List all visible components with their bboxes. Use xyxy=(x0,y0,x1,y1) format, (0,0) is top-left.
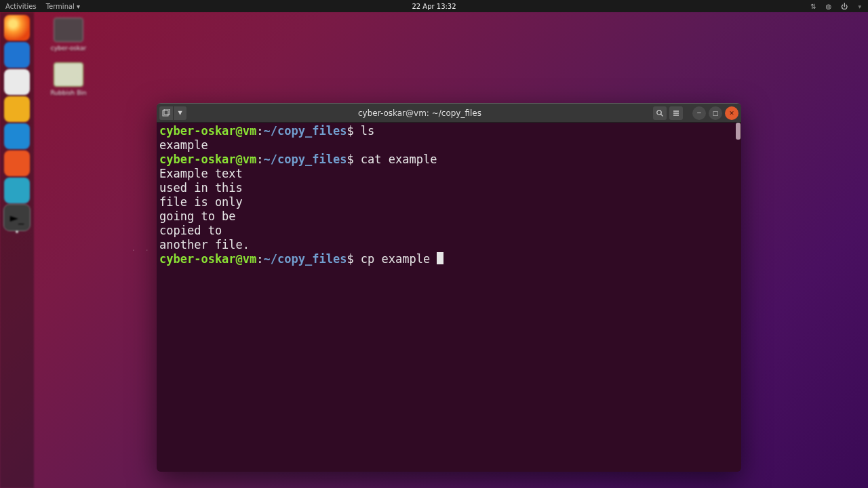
search-icon xyxy=(656,109,664,117)
window-title: cyber-oskar@vm: ~/copy_files xyxy=(189,108,650,118)
prompt-dollar: $ xyxy=(347,152,360,166)
dock-writer-icon[interactable] xyxy=(4,123,30,149)
command-text: ls xyxy=(361,124,374,138)
output-line: example xyxy=(159,138,208,152)
prompt-colon: : xyxy=(256,252,263,266)
folder-icon xyxy=(54,18,83,42)
scrollbar[interactable] xyxy=(736,123,741,472)
chevron-down-icon: ▼ xyxy=(178,110,182,116)
maximize-icon: □ xyxy=(713,110,719,117)
text-cursor xyxy=(437,252,443,264)
output-line: used in this xyxy=(159,181,243,195)
sound-icon[interactable]: ◍ xyxy=(826,3,832,10)
desktop-home-folder[interactable]: cyber-oskar xyxy=(45,18,92,52)
terminal-window: ▼ cyber-oskar@vm: ~/copy_files ─ □ ✕ cyb… xyxy=(157,103,741,472)
titlebar[interactable]: ▼ cyber-oskar@vm: ~/copy_files ─ □ ✕ xyxy=(157,104,741,123)
svg-rect-1 xyxy=(164,109,170,115)
terminal-body[interactable]: cyber-oskar@vm:~/copy_files$ ls example … xyxy=(157,123,741,472)
power-icon[interactable]: ⏻ xyxy=(841,3,848,10)
desktop-icon-label: cyber-oskar xyxy=(45,45,92,52)
dock-terminal-icon[interactable]: ►_ xyxy=(4,205,30,230)
minimize-icon: ─ xyxy=(697,110,701,117)
output-line: copied to xyxy=(159,224,222,237)
prompt-colon: : xyxy=(256,152,263,166)
command-text: cat example xyxy=(361,152,437,166)
prompt-path: ~/copy_files xyxy=(264,252,347,266)
chevron-down-icon: ▼ xyxy=(859,4,862,9)
prompt-user: cyber-oskar@vm xyxy=(159,124,256,138)
dock-rhythmbox-icon[interactable] xyxy=(4,96,30,122)
dock: ►_ xyxy=(0,12,34,488)
hamburger-icon xyxy=(672,109,680,117)
network-icon[interactable]: ⇅ xyxy=(810,3,816,10)
dock-help-icon[interactable] xyxy=(4,178,30,203)
prompt-dollar: $ xyxy=(347,124,360,138)
new-tab-button[interactable] xyxy=(159,106,173,120)
close-button[interactable]: ✕ xyxy=(725,106,738,120)
command-text: cp example xyxy=(361,252,437,266)
dock-active-indicator xyxy=(16,230,18,233)
search-button[interactable] xyxy=(653,106,667,120)
svg-rect-0 xyxy=(163,110,168,116)
scrollbar-thumb[interactable] xyxy=(736,123,741,140)
new-tab-icon xyxy=(162,109,170,117)
prompt-path: ~/copy_files xyxy=(264,152,347,166)
desktop-trash[interactable]: Rubbish Bin xyxy=(45,62,92,96)
activities-button[interactable]: Activities xyxy=(5,3,37,10)
output-line: Example text xyxy=(159,167,243,180)
clock[interactable]: 22 Apr 13:32 xyxy=(412,3,456,10)
dock-files-icon[interactable] xyxy=(4,69,30,95)
svg-point-2 xyxy=(657,110,661,114)
menu-button[interactable] xyxy=(669,106,683,120)
close-icon: ✕ xyxy=(729,110,734,117)
output-line: file is only xyxy=(159,195,243,209)
dock-software-icon[interactable] xyxy=(4,150,30,176)
prompt-colon: : xyxy=(256,124,263,138)
top-bar: Activities Terminal ▾ 22 Apr 13:32 ⇅ ◍ ⏻… xyxy=(0,0,868,12)
output-line: another file. xyxy=(159,238,250,251)
prompt-user: cyber-oskar@vm xyxy=(159,152,256,166)
new-tab-dropdown[interactable]: ▼ xyxy=(173,106,186,120)
prompt-path: ~/copy_files xyxy=(264,124,347,138)
maximize-button[interactable]: □ xyxy=(709,106,722,120)
prompt-user: cyber-oskar@vm xyxy=(159,252,256,266)
dock-firefox-icon[interactable] xyxy=(4,15,30,41)
desktop-icon-label: Rubbish Bin xyxy=(45,89,92,96)
app-menu[interactable]: Terminal ▾ xyxy=(46,3,80,10)
minimize-button[interactable]: ─ xyxy=(692,106,706,120)
prompt-dollar: $ xyxy=(347,252,360,266)
dock-thunderbird-icon[interactable] xyxy=(4,42,30,68)
trash-icon xyxy=(54,62,83,87)
output-line: going to be xyxy=(159,209,236,223)
svg-line-3 xyxy=(661,114,663,116)
